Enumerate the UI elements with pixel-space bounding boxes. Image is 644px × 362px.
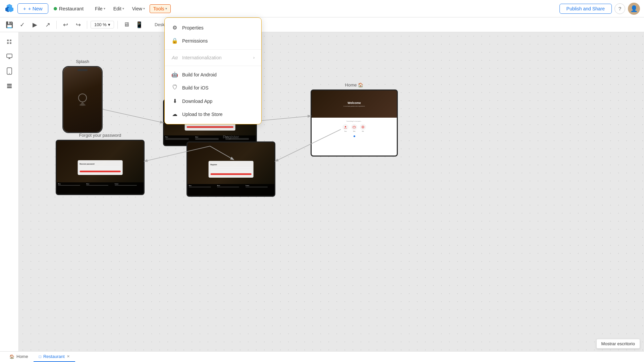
splash-phone-frame[interactable] [62, 66, 103, 133]
help-button[interactable]: ? [614, 3, 625, 14]
tools-menu[interactable]: Tools ▾ [150, 4, 171, 13]
dropdown-internationalization: Aα Internationalization › [165, 52, 261, 64]
home-label: Home 🏠 [345, 82, 363, 87]
bottom-bar: 🏠 Home □ Restaurant ✕ [0, 351, 644, 362]
plus-icon: + [23, 6, 26, 11]
new-label: + New [28, 6, 43, 11]
build-ios-label: Build for iOS [182, 85, 209, 90]
sidebar-layers-icon[interactable] [3, 79, 16, 93]
edit-menu[interactable]: Edit ▾ [110, 4, 127, 13]
download-app-label: Download App [182, 99, 212, 104]
splash-label: Splash [76, 59, 89, 64]
dropdown-upload-store[interactable]: ☁ Upload to the Store [165, 108, 261, 121]
divider2 [87, 21, 87, 29]
sidebar-screen-icon[interactable] [3, 50, 16, 63]
forgot-form: Recover password [77, 160, 123, 175]
show-desktop-button[interactable]: Mostrar escritorio [596, 339, 640, 349]
properties-label: Properties [182, 25, 204, 31]
home-icon-table: Table [351, 124, 357, 132]
home-welcome-text: Welcome [343, 101, 365, 105]
forgot-tablet-frame[interactable]: Recover password Menu About Contact [56, 140, 145, 195]
restaurant-tab-label: Restaurant [43, 354, 65, 359]
sidebar-mobile-icon[interactable] [3, 64, 16, 78]
dropdown-properties[interactable]: ⚙ Properties [165, 21, 261, 34]
svg-point-19 [175, 85, 175, 86]
restaurant-tab-icon: □ [39, 354, 41, 359]
svg-rect-6 [7, 85, 12, 86]
redo-button[interactable]: ↪ [73, 19, 84, 30]
save-button[interactable]: 💾 [4, 19, 15, 30]
tab-home[interactable]: 🏠 Home [4, 352, 34, 362]
zoom-value: 100 % [94, 22, 107, 27]
svg-rect-10 [353, 126, 356, 128]
home-icons-row: Team Table Dish [314, 122, 395, 134]
forgot-password-screen-frame: Forgot your password Recover password Me… [56, 133, 145, 195]
svg-point-8 [78, 94, 87, 102]
phone-notch [77, 69, 88, 71]
download-icon: ⬇ [171, 98, 178, 104]
file-chevron-icon: ▾ [104, 7, 105, 10]
build-android-label: Build for Android [182, 72, 217, 77]
internationalization-label: Internationalization [182, 55, 222, 60]
dropdown-permissions[interactable]: 🔒 Permissions [165, 34, 261, 47]
avatar-image: 👤 [630, 5, 638, 12]
home-tab-icon: 🏠 [9, 354, 14, 359]
nav-menu: File ▾ Edit ▾ View ▾ Tools ▾ [92, 4, 170, 13]
export-button[interactable]: ↗ [42, 19, 53, 30]
submenu-chevron-icon: › [253, 55, 255, 60]
dropdown-divider-1 [165, 49, 261, 50]
home-tab-label: Home [16, 354, 28, 359]
project-title: Restaurant [59, 6, 84, 11]
tab-restaurant[interactable]: □ Restaurant ✕ [34, 352, 75, 362]
avatar[interactable]: 👤 [628, 3, 640, 15]
home-screen-frame: Home 🏠 Welcome to a unique gastronomic e… [311, 82, 398, 157]
edit-chevron-icon: ▾ [122, 7, 124, 10]
canvas-area[interactable]: Splash Login Menu [19, 32, 644, 351]
splash-screen-image [63, 67, 102, 132]
sidebar-grid-icon[interactable] [3, 35, 16, 48]
svg-line-14 [103, 109, 163, 123]
undo-button[interactable]: ↩ [60, 19, 71, 30]
upload-icon: ☁ [171, 111, 178, 117]
check-button[interactable]: ✓ [17, 19, 28, 30]
tools-chevron-icon: ▾ [165, 7, 167, 10]
play-button[interactable]: ▶ [30, 19, 40, 30]
home-sub-text: to a unique gastronomic experience [343, 105, 365, 107]
view-menu[interactable]: View ▾ [129, 4, 148, 13]
home-tablet-frame[interactable]: Welcome to a unique gastronomic experien… [311, 89, 398, 157]
dropdown-build-ios[interactable]: Build for iOS [165, 81, 261, 95]
android-icon: 🤖 [171, 71, 178, 78]
svg-point-4 [9, 73, 10, 74]
toolbar: 💾 ✓ ▶ ↗ ↩ ↪ 100 % ▾ 🖥 📱 Desktop Mobile [0, 17, 644, 32]
mobile-view-button[interactable]: 📱 [134, 19, 145, 30]
view-chevron-icon: ▾ [143, 7, 145, 10]
dropdown-download-app[interactable]: ⬇ Download App [165, 95, 261, 108]
forgot-label: Forgot your password [79, 133, 121, 138]
new-button[interactable]: + + New [17, 3, 48, 14]
register-footer: Menu About Contact [187, 184, 274, 196]
home-content-section: Something for everyone... Team Table [312, 118, 397, 156]
home-hero-section: Welcome to a unique gastronomic experien… [312, 90, 397, 118]
permissions-label: Permissions [182, 38, 208, 44]
permissions-icon: 🔒 [171, 38, 178, 44]
status-dot [54, 7, 57, 10]
splash-screen-frame: Splash [62, 59, 103, 133]
tab-close-icon[interactable]: ✕ [67, 354, 70, 359]
dropdown-divider-2 [165, 66, 261, 66]
dropdown-build-android[interactable]: 🤖 Build for Android [165, 68, 261, 81]
svg-line-15 [257, 116, 311, 121]
svg-rect-5 [7, 84, 12, 85]
publish-share-button[interactable]: Publish and Share [559, 4, 612, 14]
file-menu[interactable]: File ▾ [92, 4, 109, 13]
svg-point-9 [345, 126, 346, 127]
home-icon-team: Team [342, 124, 348, 132]
question-icon: ? [619, 6, 621, 11]
register-tablet-frame[interactable]: Register Menu About Contact [186, 141, 275, 197]
zoom-control[interactable]: 100 % ▾ [91, 21, 114, 28]
divider [56, 21, 57, 29]
show-desktop-label: Mostrar escritorio [601, 341, 635, 346]
svg-rect-0 [7, 54, 12, 58]
project-name: Restaurant [51, 6, 86, 11]
upload-store-label: Upload to the Store [182, 112, 223, 117]
desktop-view-button[interactable]: 🖥 [121, 19, 132, 30]
